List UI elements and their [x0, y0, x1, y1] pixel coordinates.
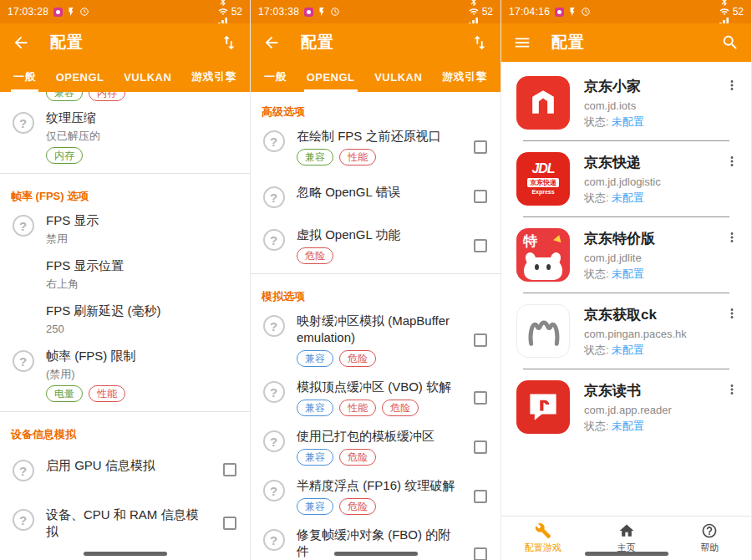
help-icon[interactable]: ?	[13, 460, 34, 481]
more-options-button[interactable]	[719, 152, 744, 171]
checkbox[interactable]	[474, 190, 487, 203]
nav-label: 帮助	[700, 542, 719, 554]
tab-general[interactable]: 一般	[264, 62, 287, 92]
app-package: com.pingan.paces.hk	[584, 328, 705, 340]
checkbox[interactable]	[474, 490, 487, 503]
checkbox[interactable]	[474, 391, 487, 405]
settings-item[interactable]: ?半精度浮点 (FP16) 纹理破解兼容危险	[251, 472, 500, 522]
wifi-icon	[719, 7, 729, 17]
screen-config-general: 17:03:28 52 配置 一般OPENGLVULKAN游戏引擎 兼容内存?纹…	[0, 0, 251, 560]
tag-chips: 兼容危险	[297, 449, 457, 466]
settings-item[interactable]: ?FPS 显示禁用	[0, 207, 250, 252]
settings-item[interactable]: FPS 显示位置右上角	[0, 252, 250, 298]
settings-item[interactable]: ?在绘制 FPS 之前还原视口兼容性能	[251, 123, 500, 172]
more-vert-icon	[724, 78, 739, 93]
tab-game-engine[interactable]: 游戏引擎	[442, 62, 487, 92]
app-list-item[interactable]: 特京东特价版com.jd.jdlite状态:未配置	[501, 217, 751, 293]
help-icon[interactable]: ?	[263, 130, 285, 152]
nav-item-configure-games[interactable]: 配置游戏	[501, 517, 585, 560]
gesture-handle[interactable]	[585, 552, 668, 556]
search-button[interactable]	[721, 33, 739, 52]
menu-button[interactable]	[513, 33, 531, 52]
item-title: FPS 显示位置	[46, 257, 246, 274]
help-icon[interactable]: ?	[13, 509, 34, 531]
tab-general[interactable]: 一般	[13, 62, 36, 92]
flash-icon	[66, 7, 76, 17]
app-list-item[interactable]: 京东获取ckcom.pingan.paces.hk状态:未配置	[501, 293, 751, 369]
help-icon[interactable]: ?	[13, 112, 34, 134]
settings-item[interactable]: ?忽略 OpenGL 错误	[251, 172, 500, 221]
app-bar: 配置	[0, 23, 250, 62]
settings-item[interactable]: ?使用已打包的模板缓冲区兼容危险	[251, 423, 500, 472]
help-icon[interactable]: ?	[13, 350, 34, 372]
tab-vulkan[interactable]: VULKAN	[374, 62, 422, 92]
help-icon[interactable]: ?	[263, 186, 285, 208]
app-info: 京东读书com.jd.app.reader状态:未配置	[584, 380, 705, 434]
more-options-button[interactable]	[719, 76, 744, 94]
item-subtitle: 右上角	[46, 277, 246, 291]
bluetooth-icon	[719, 0, 729, 7]
notification-icons	[53, 7, 89, 17]
clock-text: 17:03:38	[258, 6, 299, 18]
more-options-button[interactable]	[719, 228, 744, 247]
nav-item-help[interactable]: 帮助	[668, 517, 751, 560]
more-vert-icon	[724, 154, 739, 169]
list-divider	[0, 173, 250, 174]
tab-game-engine[interactable]: 游戏引擎	[191, 62, 236, 92]
back-button[interactable]	[12, 33, 30, 52]
checkbox[interactable]	[474, 547, 487, 560]
app-package: com.jd.iots	[584, 99, 705, 112]
app-list-item[interactable]: 京东小家com.jd.iots状态:未配置	[501, 65, 751, 140]
help-icon[interactable]: ?	[263, 430, 285, 452]
settings-item[interactable]: ?虚拟 OpenGL 功能危险	[251, 221, 500, 271]
settings-item[interactable]: ?帧率 (FPS) 限制(禁用)电量性能	[0, 343, 250, 409]
tab-vulkan[interactable]: VULKAN	[124, 62, 171, 92]
back-button[interactable]	[262, 33, 281, 52]
more-options-button[interactable]	[719, 380, 744, 399]
item-title: 半精度浮点 (FP16) 纹理破解	[297, 477, 457, 494]
item-title: FPS 显示	[46, 212, 246, 229]
more-vert-icon	[724, 230, 739, 245]
tag-chip: 性能	[339, 400, 376, 416]
status-value: 未配置	[612, 420, 644, 432]
checkbox[interactable]	[223, 517, 236, 530]
help-icon[interactable]: ?	[263, 315, 285, 337]
app-notification-badge-icon	[53, 8, 63, 17]
tag-chip: 兼容	[297, 350, 333, 367]
item-title: 纹理压缩	[46, 109, 246, 126]
help-icon[interactable]: ?	[263, 480, 285, 501]
settings-item[interactable]: ?模拟顶点缓冲区 (VBO) 软解兼容性能危险	[251, 374, 500, 423]
checkbox[interactable]	[474, 333, 487, 347]
battery-percent: 52	[231, 6, 242, 18]
help-icon[interactable]: ?	[13, 215, 34, 237]
sort-button[interactable]	[220, 33, 238, 52]
gesture-handle[interactable]	[84, 552, 167, 556]
checkbox[interactable]	[474, 239, 487, 252]
tag-chip: 危险	[297, 247, 333, 264]
sort-button[interactable]	[470, 33, 489, 52]
settings-item[interactable]: ?启用 GPU 信息模拟	[0, 445, 250, 495]
more-options-button[interactable]	[719, 304, 744, 323]
app-list-item[interactable]: JDL京东快递Express京东快递com.jd.jdlogistic状态:未配…	[501, 141, 751, 216]
settings-item[interactable]: FPS 刷新延迟 (毫秒)250	[0, 298, 250, 343]
help-icon[interactable]: ?	[263, 229, 285, 251]
timer-icon	[79, 7, 89, 17]
tab-opengl[interactable]: OPENGL	[56, 62, 104, 92]
tag-chips: 危险	[297, 247, 457, 264]
app-list-item[interactable]: 京东读书com.jd.app.reader状态:未配置	[501, 369, 751, 445]
page-title: 配置	[50, 32, 84, 53]
checkbox[interactable]	[223, 463, 236, 476]
app-icon-jd-ck	[516, 304, 570, 358]
settings-item[interactable]: ?映射缓冲区模拟 (MapBuffer emulation)兼容危险	[251, 308, 500, 374]
gesture-handle[interactable]	[334, 552, 418, 556]
help-icon[interactable]: ?	[263, 381, 285, 403]
settings-item[interactable]: ?纹理压缩仅已解压的内存	[0, 104, 250, 171]
settings-item[interactable]: ?设备、CPU 和 RAM 信息模拟	[0, 495, 250, 553]
checkbox[interactable]	[474, 140, 487, 154]
status-label: 状态:	[584, 344, 609, 356]
checkbox[interactable]	[474, 440, 487, 454]
item-text: FPS 刷新延迟 (毫秒)250	[46, 303, 250, 336]
help-icon[interactable]: ?	[263, 529, 285, 551]
tab-opengl[interactable]: OPENGL	[307, 62, 355, 92]
bluetooth-icon	[469, 0, 479, 7]
